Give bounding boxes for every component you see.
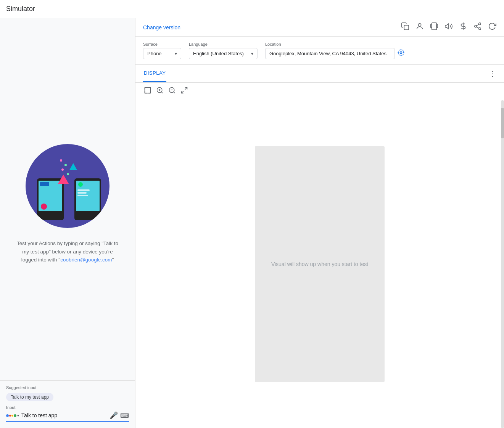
- phone-preview: Visual will show up when you start to te…: [255, 146, 385, 382]
- account-icon[interactable]: [415, 22, 424, 32]
- phone-right-line: [77, 189, 90, 191]
- refresh-icon[interactable]: [488, 22, 496, 32]
- svg-line-10: [477, 27, 479, 28]
- language-label: Language: [189, 42, 258, 46]
- location-select[interactable]: Googleplex, Mountain View, CA 94043, Uni…: [265, 48, 395, 59]
- svg-rect-18: [145, 88, 151, 93]
- left-panel: Test your Actions by typing or saying "T…: [0, 18, 135, 428]
- dot-2: [64, 164, 67, 166]
- surface-label: Surface: [143, 42, 181, 46]
- main-layout: Test your Actions by typing or saying "T…: [0, 18, 504, 428]
- dot-1: [60, 159, 62, 162]
- right-header: Change version: [135, 18, 504, 37]
- svg-point-13: [398, 50, 404, 56]
- svg-line-27: [182, 91, 184, 93]
- svg-point-12: [400, 52, 402, 54]
- visual-placeholder-text: Visual will show up when you start to te…: [271, 261, 368, 267]
- svg-rect-4: [436, 24, 438, 28]
- svg-line-20: [161, 92, 163, 93]
- language-value: English (United States): [193, 51, 244, 56]
- scrollbar-thumb: [501, 108, 504, 138]
- language-select[interactable]: English (United States) ▾: [189, 48, 258, 59]
- location-target-icon[interactable]: [397, 49, 405, 58]
- display-area: Visual will show up when you start to te…: [135, 100, 504, 428]
- svg-line-24: [174, 92, 175, 93]
- copy-icon[interactable]: [401, 22, 409, 32]
- svg-point-1: [418, 24, 421, 26]
- location-label: Location: [265, 42, 405, 46]
- surface-select[interactable]: Phone ▾: [143, 48, 181, 59]
- phone-right-screen: [76, 181, 100, 211]
- volume-icon[interactable]: [444, 22, 453, 32]
- change-version-link[interactable]: Change version: [143, 24, 180, 30]
- right-panel: Change version: [135, 18, 504, 428]
- zoom-out-icon[interactable]: [167, 86, 177, 97]
- svg-marker-5: [445, 24, 448, 29]
- phone-right-line: [77, 192, 87, 194]
- share-icon[interactable]: [473, 22, 482, 32]
- phone-right-line: [77, 195, 88, 196]
- illustration-circle: [26, 144, 109, 228]
- dot-4: [67, 173, 69, 175]
- surface-setting: Surface Phone ▾: [143, 42, 181, 59]
- keyboard-icon[interactable]: ⌨: [120, 412, 129, 419]
- svg-rect-2: [432, 23, 437, 30]
- triangle-pink: [58, 175, 69, 184]
- left-panel-bottom: Suggested input Talk to my test app Inpu…: [0, 380, 135, 428]
- phone-left-dot: [41, 204, 47, 210]
- svg-point-9: [479, 28, 481, 30]
- device-icon[interactable]: [430, 22, 438, 32]
- email-link[interactable]: coobrien@google.com: [60, 257, 112, 263]
- page-title: Simulator: [6, 5, 35, 13]
- top-bar: Simulator: [0, 0, 504, 18]
- triangle-teal: [69, 163, 77, 170]
- svg-rect-0: [404, 25, 409, 30]
- suggested-chip-button[interactable]: Talk to my test app: [6, 393, 53, 401]
- more-vert-icon[interactable]: ⋮: [489, 69, 496, 78]
- fullscreen-icon[interactable]: [180, 86, 189, 97]
- google-dots-icon: [6, 414, 16, 417]
- display-tab-row: DISPLAY ⋮: [135, 65, 504, 83]
- settings-row: Surface Phone ▾ Language English (United…: [135, 37, 504, 65]
- left-panel-description: Test your Actions by typing or saying "T…: [14, 239, 121, 264]
- dollar-icon[interactable]: [459, 22, 467, 32]
- location-value: Googleplex, Mountain View, CA 94043, Uni…: [269, 51, 386, 56]
- zoom-toolbar: [135, 83, 504, 100]
- phone-right-dot: [78, 182, 83, 187]
- location-setting: Location Googleplex, Mountain View, CA 9…: [265, 42, 405, 59]
- phone-left: [37, 178, 64, 220]
- zoom-in-icon[interactable]: [155, 86, 164, 97]
- right-scrollbar[interactable]: [501, 100, 504, 428]
- input-row: ▾ 🎤 ⌨: [6, 411, 129, 422]
- svg-point-7: [479, 23, 481, 25]
- display-tab[interactable]: DISPLAY: [143, 65, 166, 82]
- suggested-input-label: Suggested input: [6, 385, 129, 390]
- surface-value: Phone: [147, 51, 162, 56]
- chat-input[interactable]: [19, 412, 109, 419]
- svg-line-26: [185, 88, 187, 90]
- mic-icon[interactable]: 🎤: [109, 411, 118, 420]
- language-arrow-icon: ▾: [251, 51, 253, 56]
- phone-right-lines: [77, 189, 98, 196]
- phone-left-screen: [39, 181, 62, 211]
- input-label: Input: [6, 405, 129, 410]
- language-setting: Language English (United States) ▾: [189, 42, 258, 59]
- svg-point-8: [475, 25, 477, 27]
- phone-left-rect: [40, 182, 49, 186]
- svg-rect-3: [431, 24, 432, 28]
- svg-line-11: [477, 24, 479, 26]
- dot-3: [61, 168, 64, 171]
- surface-arrow-icon: ▾: [175, 51, 177, 56]
- right-header-icons: [401, 22, 496, 32]
- left-panel-content: Test your Actions by typing or saying "T…: [0, 18, 135, 428]
- fit-screen-icon[interactable]: [143, 86, 152, 97]
- phone-right: [74, 178, 101, 220]
